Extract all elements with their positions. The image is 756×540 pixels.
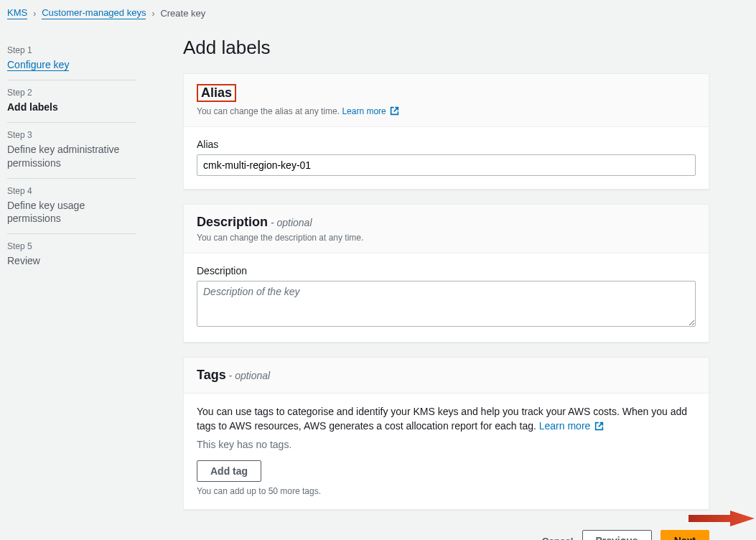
external-link-icon: [390, 106, 399, 116]
chevron-right-icon: ›: [33, 9, 36, 19]
wizard-sidebar: Step 1 Configure key Step 2 Add labels S…: [7, 24, 151, 540]
previous-button[interactable]: Previous: [582, 530, 652, 540]
alias-field-label: Alias: [197, 139, 696, 150]
step-label: Step 1: [7, 45, 136, 55]
tags-panel: Tags - optional You can use tags to cate…: [183, 357, 709, 510]
description-panel-header: Description - optional You can change th…: [184, 205, 709, 253]
alias-heading: Alias: [201, 85, 232, 100]
tags-empty-message: This key has no tags.: [197, 439, 696, 450]
description-subtext: You can change the description at any ti…: [197, 233, 696, 243]
step-1[interactable]: Step 1 Configure key: [7, 38, 136, 80]
description-heading: Description: [197, 215, 268, 229]
step-label: Step 2: [7, 88, 136, 98]
breadcrumb-current: Create key: [160, 8, 205, 19]
breadcrumb: KMS › Customer-managed keys › Create key: [0, 0, 756, 24]
step-label: Step 4: [7, 186, 136, 196]
description-textarea[interactable]: [197, 281, 696, 327]
alias-subtext: You can change the alias at any time. Le…: [197, 106, 696, 116]
tags-limit-note: You can add up to 50 more tags.: [197, 486, 696, 496]
alias-input[interactable]: [197, 154, 696, 176]
optional-label: - optional: [268, 217, 312, 228]
main-content: Add labels Alias You can change the alia…: [151, 24, 749, 540]
svg-marker-0: [689, 511, 755, 526]
alias-panel-header: Alias You can change the alias at any ti…: [184, 74, 709, 127]
page-title: Add labels: [183, 37, 709, 59]
alias-highlight: Alias: [197, 84, 236, 102]
description-panel: Description - optional You can change th…: [183, 204, 709, 343]
tags-panel-header: Tags - optional: [184, 358, 709, 394]
step-title-add-labels: Add labels: [7, 101, 136, 113]
alias-learn-more-link[interactable]: Learn more: [342, 106, 399, 116]
step-title-admin-permissions: Define key administrative permissions: [7, 143, 136, 169]
next-button[interactable]: Next: [661, 530, 709, 540]
step-2: Step 2 Add labels: [7, 80, 136, 123]
tags-learn-more-link[interactable]: Learn more: [539, 420, 604, 432]
tags-description: You can use tags to categorise and ident…: [197, 405, 696, 433]
step-5: Step 5 Review: [7, 234, 136, 276]
alias-panel: Alias You can change the alias at any ti…: [183, 73, 709, 190]
step-title-configure-key[interactable]: Configure key: [7, 59, 69, 71]
step-label: Step 5: [7, 241, 136, 251]
step-label: Step 3: [7, 130, 136, 140]
description-field-label: Description: [197, 265, 696, 276]
arrow-annotation-icon: [689, 507, 755, 530]
step-3: Step 3 Define key administrative permiss…: [7, 123, 136, 178]
cancel-button[interactable]: Cancel: [542, 536, 574, 540]
add-tag-button[interactable]: Add tag: [197, 460, 261, 482]
wizard-footer-actions: Cancel Previous Next: [183, 524, 709, 540]
tags-heading: Tags: [197, 368, 226, 382]
step-title-usage-permissions: Define key usage permissions: [7, 199, 136, 225]
external-link-icon: [594, 422, 604, 431]
breadcrumb-customer-managed-keys[interactable]: Customer-managed keys: [42, 7, 146, 19]
chevron-right-icon: ›: [151, 9, 154, 19]
step-title-review: Review: [7, 254, 136, 267]
breadcrumb-kms[interactable]: KMS: [7, 7, 27, 19]
step-4: Step 4 Define key usage permissions: [7, 179, 136, 234]
optional-label: - optional: [226, 370, 270, 381]
